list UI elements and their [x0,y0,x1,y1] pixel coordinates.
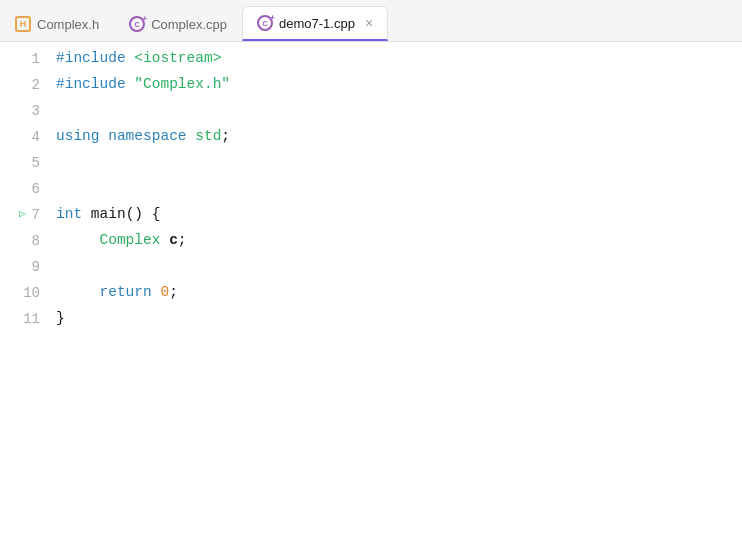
run-icon[interactable]: ▷ [19,206,26,224]
tab-complex-h[interactable]: H Complex.h [0,6,114,41]
keyword-namespace: namespace [108,125,186,148]
keyword-using: using [56,125,100,148]
code-area[interactable]: #include <iostream> #include "Complex.h"… [56,42,742,550]
var-c: c [169,229,178,252]
semicolon-2: ; [178,229,187,252]
code-line-5 [56,150,742,176]
semicolon-1: ; [221,125,230,148]
line-num-8: 8 [0,228,44,254]
return-value: 0 [160,281,169,304]
code-line-6 [56,176,742,202]
code-line-9 [56,254,742,280]
cpp-file-icon-1: C [129,16,145,32]
line-num-11: 11 [0,306,44,332]
line-num-10: 10 [0,280,44,306]
code-line-8: Complex c ; [56,228,742,254]
tab-label-complex-h: Complex.h [37,17,99,32]
main-identifier: main [91,203,126,226]
line-num-3: 3 [0,98,44,124]
tab-complex-cpp[interactable]: C Complex.cpp [114,6,242,41]
code-line-1: #include <iostream> [56,46,742,72]
code-line-2: #include "Complex.h" [56,72,742,98]
code-line-7: int main () { [56,202,742,228]
line-num-1: 1 [0,46,44,72]
line-num-5: 5 [0,150,44,176]
include-path-1: <iostream> [134,47,221,70]
code-line-11: } [56,306,742,332]
keyword-int: int [56,203,82,226]
tab-label-demo7-1-cpp: demo7-1.cpp [279,16,355,31]
keyword-return: return [100,281,152,304]
line-num-4: 4 [0,124,44,150]
header-file-icon: H [15,16,31,32]
cpp-file-icon-2: C [257,15,273,31]
std-identifier: std [195,125,221,148]
tab-close-button[interactable]: × [365,16,373,30]
editor-area: 1 2 3 4 5 6 ▷ 7 8 9 10 11 #include <iost… [0,42,742,550]
closing-brace: } [56,307,65,330]
line-num-9: 9 [0,254,44,280]
keyword-include-1: #include [56,47,126,70]
line-num-2: 2 [0,72,44,98]
tab-demo7-1-cpp[interactable]: C demo7-1.cpp × [242,6,388,41]
type-complex: Complex [100,229,161,252]
tab-label-complex-cpp: Complex.cpp [151,17,227,32]
code-line-10: return 0 ; [56,280,742,306]
include-path-2: "Complex.h" [134,73,230,96]
parens-main: () { [126,203,161,226]
keyword-include-2: #include [56,73,126,96]
code-line-4: using namespace std ; [56,124,742,150]
line-numbers-gutter: 1 2 3 4 5 6 ▷ 7 8 9 10 11 [0,42,56,550]
line-num-7: ▷ 7 [0,202,44,228]
tab-bar: H Complex.h C Complex.cpp C demo7-1.cpp … [0,0,742,42]
line-num-6: 6 [0,176,44,202]
code-line-3 [56,98,742,124]
semicolon-3: ; [169,281,178,304]
